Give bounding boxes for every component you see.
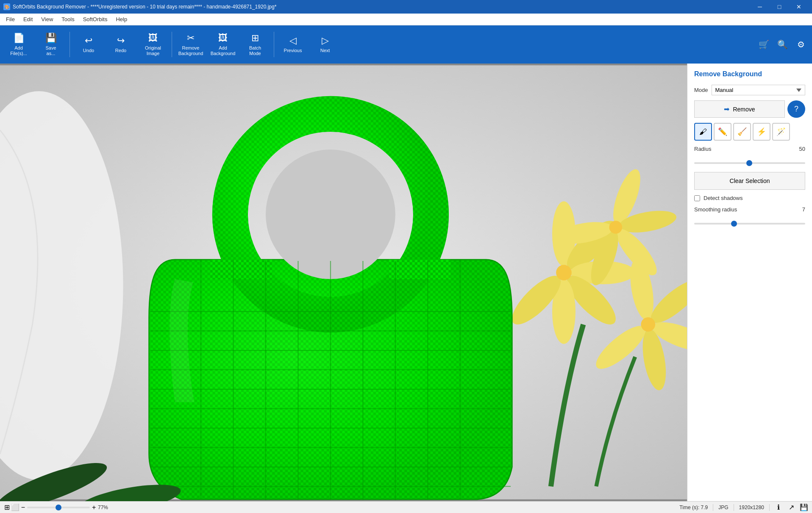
minimize-button[interactable]: ─ — [750, 0, 770, 14]
menu-edit[interactable]: Edit — [19, 14, 37, 24]
toolbar: 📄 AddFile(s)... 💾 Saveas... ↩ Undo ↪ Red… — [0, 25, 812, 64]
remove-button[interactable]: ➡ Remove — [694, 100, 785, 118]
original-image-label: OriginalImage — [145, 45, 161, 56]
keep-brush-icon: 🖌 — [699, 128, 707, 136]
menu-view[interactable]: View — [37, 14, 57, 24]
settings-button[interactable]: ⚙ — [793, 37, 809, 52]
svg-rect-31 — [389, 260, 450, 279]
remove-arrow-icon: ➡ — [724, 105, 729, 113]
remove-background-button[interactable]: ✂ RemoveBackground — [175, 28, 206, 61]
magic-remove-icon: 🪄 — [776, 127, 786, 136]
help-button[interactable]: ? — [787, 100, 805, 118]
smoothing-slider-container — [694, 219, 805, 226]
undo-button[interactable]: ↩ Undo — [73, 28, 104, 61]
right-panel: Remove Background Mode Manual Auto Portr… — [687, 64, 812, 501]
fit-page-button[interactable]: ⊞ — [4, 504, 10, 511]
zoom-in-button[interactable]: + — [92, 504, 96, 511]
smoothing-value: 7 — [802, 206, 805, 213]
zoom-slider[interactable] — [27, 507, 90, 508]
svg-rect-30 — [211, 260, 272, 279]
magic-keep-button[interactable]: ⚡ — [753, 123, 770, 141]
svg-point-25 — [641, 317, 655, 332]
radius-label: Radius — [694, 146, 711, 152]
add-background-button[interactable]: 🖼 AddBackground — [208, 28, 238, 61]
original-image-icon: 🖼 — [148, 33, 158, 44]
undo-label: Undo — [83, 48, 94, 53]
toolbar-sep-1 — [70, 32, 70, 57]
remove-brush-button[interactable]: ✏️ — [714, 123, 731, 141]
remove-button-row: ➡ Remove ? — [694, 100, 805, 118]
next-label: Next — [320, 48, 330, 53]
toolbar-right-buttons: 🛒 🔍 ⚙ — [756, 37, 809, 52]
image-dimensions: 1920x1280 — [739, 505, 764, 510]
add-background-icon: 🖼 — [218, 33, 228, 44]
next-button[interactable]: ▷ Next — [310, 28, 340, 61]
keep-brush-button[interactable]: 🖌 — [694, 123, 712, 141]
detect-shadows-row: Detect shadows — [694, 195, 805, 201]
main-content: Remove Background Mode Manual Auto Portr… — [0, 64, 812, 501]
zoom-control: ⊞ ⬜ − + 77% — [4, 504, 108, 511]
save-as-button[interactable]: 💾 Saveas... — [36, 28, 66, 61]
remove-label: Remove — [733, 106, 755, 113]
smoothing-label: Smoothing radius — [694, 206, 737, 213]
mode-row: Mode Manual Auto Portrait — [694, 85, 805, 95]
menu-softorbits[interactable]: SoftOrbits — [79, 14, 112, 24]
panel-title: Remove Background — [694, 70, 805, 78]
save-status-button[interactable]: 💾 — [800, 504, 808, 511]
status-divider-2 — [734, 504, 734, 511]
status-bar-left: ⊞ ⬜ − + 77% — [4, 504, 673, 511]
share-button[interactable]: ↗ — [787, 504, 795, 511]
toolbar-sep-3 — [274, 32, 274, 57]
window-controls: ─ □ ✕ — [750, 0, 809, 14]
image-canvas — [0, 64, 687, 501]
zoom-out-button[interactable]: − — [21, 504, 25, 511]
save-as-label: Saveas... — [45, 45, 56, 56]
detect-shadows-label: Detect shadows — [704, 195, 743, 201]
smoothing-slider[interactable] — [694, 223, 805, 225]
radius-slider-container — [694, 159, 805, 165]
time-value: 7.9 — [701, 505, 708, 510]
title-bar: 🎨 SoftOrbits Background Remover - ****Un… — [0, 0, 812, 14]
smoothing-row: Smoothing radius 7 — [694, 206, 805, 213]
info-button[interactable]: ℹ — [775, 504, 782, 511]
menu-bar: File Edit View Tools SoftOrbits Help — [0, 14, 812, 25]
add-file-button[interactable]: 📄 AddFile(s)... — [3, 28, 34, 61]
menu-help[interactable]: Help — [111, 14, 131, 24]
add-file-icon: 📄 — [13, 33, 25, 44]
undo-icon: ↩ — [85, 35, 92, 46]
clear-selection-button[interactable]: Clear Selection — [694, 172, 805, 190]
original-image-button[interactable]: 🖼 OriginalImage — [138, 28, 168, 61]
status-divider-1 — [713, 504, 713, 511]
remove-background-label: RemoveBackground — [178, 45, 203, 56]
cart-button[interactable]: 🛒 — [756, 37, 771, 52]
app-icon: 🎨 — [3, 3, 10, 10]
redo-label: Redo — [115, 48, 126, 53]
radius-row: Radius 50 — [694, 146, 805, 152]
detect-shadows-checkbox[interactable] — [694, 195, 700, 201]
fit-width-button[interactable]: ⬜ — [11, 504, 19, 511]
time-label: Time (s): 7.9 — [679, 505, 708, 510]
svg-point-13 — [556, 265, 572, 280]
menu-tools[interactable]: Tools — [57, 14, 78, 24]
file-format: JPG — [718, 505, 728, 510]
mode-label: Mode — [694, 87, 708, 93]
remove-brush-icon: ✏️ — [718, 127, 727, 136]
menu-file[interactable]: File — [2, 14, 19, 24]
help-icon: ? — [794, 105, 798, 114]
eraser-button[interactable]: 🧹 — [733, 123, 751, 141]
status-divider-3 — [769, 504, 770, 511]
save-as-icon: 💾 — [45, 33, 57, 44]
search-toolbar-button[interactable]: 🔍 — [775, 37, 790, 52]
previous-button[interactable]: ◁ Previous — [278, 28, 308, 61]
mode-dropdown[interactable]: Manual Auto Portrait — [712, 85, 805, 95]
close-button[interactable]: ✕ — [789, 0, 809, 14]
magic-remove-button[interactable]: 🪄 — [772, 123, 790, 141]
window-title: SoftOrbits Background Remover - ****Unre… — [13, 4, 276, 10]
image-area[interactable] — [0, 64, 687, 501]
maximize-button[interactable]: □ — [770, 0, 789, 14]
eraser-icon: 🧹 — [737, 127, 747, 136]
batch-mode-button[interactable]: ⊞ BatchMode — [240, 28, 270, 61]
redo-button[interactable]: ↪ Redo — [106, 28, 136, 61]
add-file-label: AddFile(s)... — [10, 45, 27, 56]
radius-slider[interactable] — [694, 162, 805, 164]
